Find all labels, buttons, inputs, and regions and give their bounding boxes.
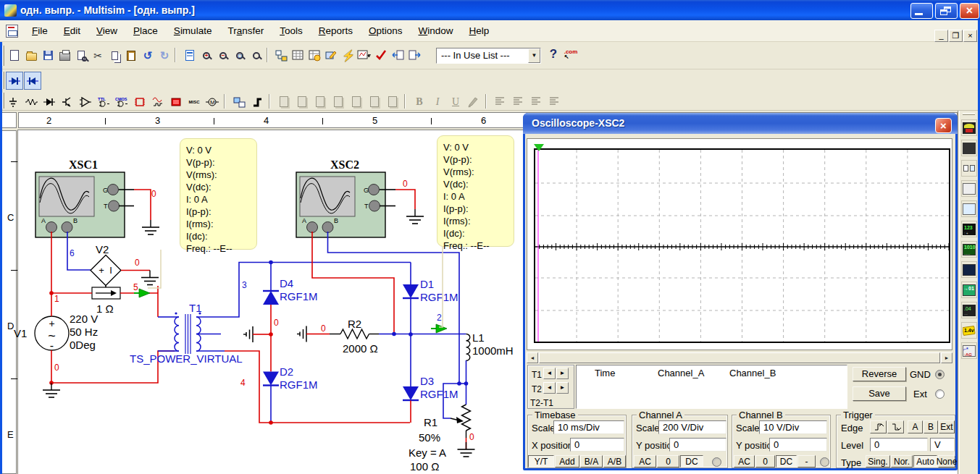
- bridge-left-ground[interactable]: [243, 326, 253, 342]
- probe-line: I(rms):: [186, 218, 256, 230]
- yt-mode-button[interactable]: Y/T: [528, 455, 554, 467]
- type-sing-button[interactable]: Sing.: [866, 455, 890, 467]
- channel-b-0-button[interactable]: 0: [755, 455, 775, 467]
- channel-a-dc-button[interactable]: DC: [680, 455, 703, 467]
- logic-analyzer-button[interactable]: [961, 261, 977, 278]
- channel-b-title: Channel B: [737, 410, 785, 420]
- channel-a-radio[interactable]: [712, 457, 721, 467]
- net-4-label: 4: [240, 378, 246, 388]
- ab-mode-button[interactable]: A/B: [603, 455, 626, 467]
- rising-edge-button[interactable]: [870, 420, 887, 433]
- channel-a-ypos-input[interactable]: 0: [669, 438, 726, 452]
- xsc1-g-label: G: [103, 187, 108, 194]
- oscilloscope-title[interactable]: Oscilloscope-XSC2: [523, 113, 958, 134]
- scroll-right-button[interactable]: ►: [941, 352, 952, 363]
- t1-transformer[interactable]: [175, 312, 201, 354]
- gnd-radio[interactable]: [935, 370, 945, 379]
- v2-source[interactable]: [91, 255, 121, 286]
- oscilloscope-close-button[interactable]: ×: [935, 118, 952, 133]
- t1-label: T1: [532, 370, 542, 380]
- channel-b-ypos-input[interactable]: 0: [769, 438, 827, 452]
- r2-ground[interactable]: [297, 326, 306, 342]
- xsc2-label: XSC2: [330, 158, 359, 171]
- iv-analyzer-icon: 1.4v: [963, 325, 976, 337]
- channel-a-0-button[interactable]: 0: [657, 455, 679, 467]
- scroll-thumb[interactable]: [539, 352, 940, 363]
- reverse-button[interactable]: Reverse: [853, 367, 906, 381]
- agilent-function-generator-button[interactable]: ⌐*:AG: [961, 342, 977, 359]
- channel-b-radio[interactable]: [820, 457, 829, 467]
- four-channel-oscilloscope-button[interactable]: [961, 200, 977, 217]
- r1-ground[interactable]: [458, 442, 475, 457]
- word-generator-button[interactable]: 1010......: [961, 241, 977, 258]
- timebase-title: Timebase: [532, 410, 578, 420]
- d3-diode[interactable]: [403, 386, 419, 400]
- channel-a-scale-label: Scale: [636, 423, 660, 433]
- wire[interactable]: [134, 190, 151, 220]
- xsc2-ground[interactable]: [406, 209, 424, 224]
- oscilloscope-dialog: Oscilloscope-XSC2 × ◄ ► T1 ◄ ► T2 ◄ ► T2…: [523, 113, 958, 470]
- trigger-marker-icon[interactable]: [534, 144, 544, 151]
- scroll-left-button[interactable]: ◄: [527, 352, 538, 363]
- type-nor-button[interactable]: Nor.: [891, 455, 913, 467]
- level-input[interactable]: 0: [870, 438, 928, 452]
- multimeter-button[interactable]: [961, 119, 977, 136]
- trigger-ext-button[interactable]: Ext: [939, 420, 955, 433]
- fuse-component[interactable]: [92, 287, 120, 299]
- xsc1-ground[interactable]: [142, 220, 159, 234]
- t2-right-button[interactable]: ►: [556, 382, 569, 394]
- t1-left-button[interactable]: ◄: [543, 368, 556, 379]
- xsc2-instrument[interactable]: [296, 172, 385, 237]
- x-position-label: X position: [532, 440, 573, 451]
- net-0-label: 0: [469, 432, 474, 442]
- wattmeter-button[interactable]: [961, 160, 977, 177]
- xsc1-label: XSC1: [69, 158, 98, 171]
- xsc1-instrument[interactable]: [35, 172, 125, 237]
- probe-line: I: 0 A: [443, 190, 514, 203]
- r2-resistor[interactable]: [330, 329, 379, 339]
- ba-mode-button[interactable]: B/A: [580, 455, 603, 467]
- type-auto-button[interactable]: Auto: [913, 455, 937, 467]
- scope-scrollbar[interactable]: ◄ ►: [527, 352, 952, 363]
- r1-potentiometer[interactable]: [451, 405, 471, 438]
- type-none-button[interactable]: None: [938, 455, 955, 467]
- wire[interactable]: [395, 190, 415, 209]
- d4-diode[interactable]: [263, 291, 279, 305]
- logic-converter-button[interactable]: →01: [961, 282, 977, 298]
- trigger-b-button[interactable]: B: [924, 420, 938, 433]
- d1-diode[interactable]: [403, 284, 419, 298]
- frequency-counter-button[interactable]: 123: +: [961, 221, 977, 237]
- trigger-a-button[interactable]: A: [908, 420, 923, 433]
- function-generator-button[interactable]: [961, 140, 977, 156]
- ext-radio[interactable]: [935, 389, 945, 399]
- ext-label: Ext: [913, 389, 927, 399]
- oscilloscope-button[interactable]: [961, 180, 977, 197]
- probe-line: V: 0 V: [443, 141, 514, 153]
- channel-a-scale-input[interactable]: 200 V/Div: [658, 420, 726, 434]
- v2-ground[interactable]: [141, 271, 159, 285]
- d4-label: D4: [280, 277, 293, 289]
- x-position-input[interactable]: 0: [570, 438, 624, 452]
- channel-a-ac-button[interactable]: AC: [634, 455, 656, 467]
- falling-edge-button[interactable]: [887, 420, 904, 433]
- v1-ground[interactable]: [43, 383, 60, 397]
- channel-b-scale-input[interactable]: 10 V/Div: [759, 420, 827, 434]
- add-mode-button[interactable]: Add: [555, 455, 579, 467]
- l1-inductor[interactable]: [466, 334, 470, 361]
- distortion-analyzer-button[interactable]: .04···: [961, 302, 977, 318]
- xsc2-g-label: G: [364, 187, 369, 194]
- channel-b-dc-button[interactable]: DC: [776, 455, 797, 467]
- d2-diode[interactable]: [263, 372, 279, 386]
- save-button[interactable]: Save: [853, 386, 906, 401]
- timebase-scale-input[interactable]: 10 ms/Div: [553, 420, 624, 434]
- t1-right-button[interactable]: ►: [556, 368, 569, 379]
- channel-b-minus-button[interactable]: -: [797, 455, 816, 467]
- col-channel-b: Channel_B: [729, 368, 776, 378]
- probe-2-arrow[interactable]: [431, 324, 447, 333]
- t2-left-button[interactable]: ◄: [543, 382, 556, 394]
- v2-label: V2: [96, 243, 109, 255]
- channel-b-ac-button[interactable]: AC: [734, 455, 755, 467]
- v1-phase: 0Deg: [70, 339, 96, 351]
- scope-screen: [534, 148, 950, 343]
- iv-analyzer-button[interactable]: 1.4v: [961, 322, 977, 339]
